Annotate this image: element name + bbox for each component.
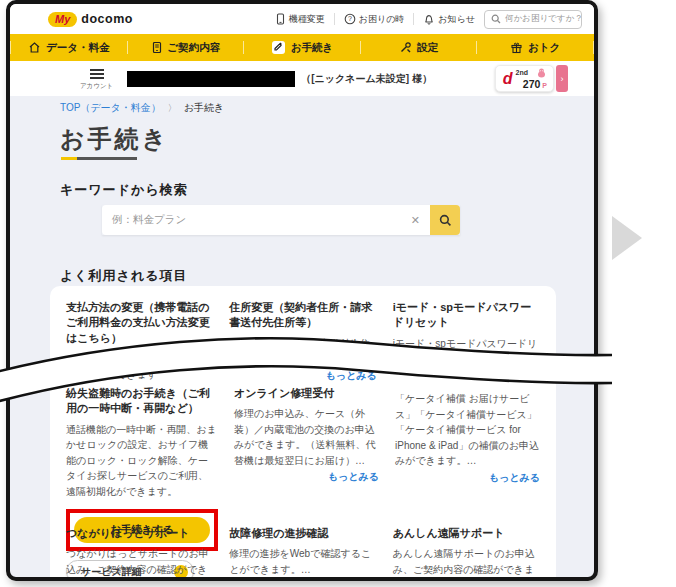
frequent-panel: 支払方法の変更（携帯電話のご利用料金の支払い方法変更はこちら） ご利用料金のお支… bbox=[50, 286, 556, 577]
search-icon bbox=[439, 214, 452, 227]
card-body: ご利用料金のお支払い方法の確認・変更ができます bbox=[66, 351, 213, 382]
screenshot-canvas: My docomo 機種変更 ? お困りの時 bbox=[0, 0, 676, 587]
keyword-search-button[interactable] bbox=[430, 205, 460, 235]
card-body: 「ケータイ補償 お届けサービス」「ケータイ補償サービス」「ケータイ補償サービス … bbox=[395, 391, 540, 469]
browser-screenshot-frame: My docomo 機種変更 ? お困りの時 bbox=[6, 0, 598, 581]
dpoint-logo-icon: d bbox=[503, 71, 513, 87]
header-search-input[interactable]: 何かお困りですか？ bbox=[484, 10, 582, 29]
more-link[interactable]: もっとみる bbox=[229, 369, 376, 383]
device-change-link[interactable]: 機種変更 bbox=[275, 13, 325, 26]
dpoint-points-value: 270 bbox=[523, 78, 541, 90]
card-title[interactable]: 住所変更（契約者住所・請求書送付先住所等） bbox=[229, 300, 376, 331]
card-body: iモード・spモードパスワードリセットができます。… bbox=[393, 336, 540, 367]
page-title: お手続き bbox=[60, 123, 169, 155]
keyword-search-placeholder: 例：料金プラン bbox=[112, 213, 186, 227]
breadcrumb-current: お手続き bbox=[184, 101, 224, 115]
title-underline bbox=[61, 157, 137, 160]
redacted-user-name bbox=[127, 71, 295, 87]
help-label: お困りの時 bbox=[359, 13, 405, 26]
bell-icon bbox=[423, 13, 435, 25]
card-title[interactable]: iモード・spモードパスワードリセット bbox=[393, 300, 540, 331]
more-link[interactable]: もっとみる bbox=[395, 471, 540, 485]
card-row-3: つながりほっとサポート つながりほっとサポートのお申込み、ご契約内容の確認ができ… bbox=[66, 526, 540, 581]
card-title[interactable]: つながりほっとサポート bbox=[66, 526, 213, 541]
notifications-link[interactable]: お知らせ bbox=[423, 13, 475, 26]
nav-label: 設定 bbox=[417, 41, 438, 55]
nav-divider bbox=[593, 41, 594, 54]
card-body: あんしん遠隔サポートのお申込み、ご契約内容の確認ができます。… bbox=[393, 546, 540, 581]
dpoint-widget: d 2nd 270 P bbox=[495, 65, 568, 92]
contract-icon bbox=[151, 41, 163, 54]
device-change-label: 機種変更 bbox=[289, 13, 325, 26]
card-title[interactable]: 故障修理の進捗確認 bbox=[229, 526, 376, 541]
dpoint-expand-button[interactable]: › bbox=[556, 65, 568, 92]
nav-item-procedures[interactable]: お手続き bbox=[244, 34, 360, 61]
card-body: ご契約者住所と請求書送付先住所の確認・変更ができます。… bbox=[229, 336, 376, 367]
header-divider bbox=[334, 13, 335, 25]
card-body: 修理のお申込み、ケース（外装）／内蔵電池の交換のお申込みができます。（送料無料、… bbox=[234, 406, 379, 468]
dpoint-bird-icon bbox=[536, 68, 547, 78]
home-icon bbox=[28, 41, 41, 54]
card-password-reset: iモード・spモードパスワードリセット iモード・spモードパスワードリセットが… bbox=[393, 300, 540, 383]
breadcrumb-separator: 〉 bbox=[168, 102, 177, 115]
card-title[interactable]: 紛失盗難時のお手続き（ご利用の一時中断・再開など） bbox=[66, 386, 218, 417]
logo-my-badge: My bbox=[48, 12, 77, 27]
card-address-change: 住所変更（契約者住所・請求書送付先住所等） ご契約者住所と請求書送付先住所の確認… bbox=[229, 300, 376, 383]
chevron-right-icon: › bbox=[561, 74, 564, 84]
settings-icon bbox=[399, 41, 412, 54]
keyword-search: 例：料金プラン ✕ bbox=[102, 205, 460, 235]
account-menu-label: アカウント bbox=[80, 82, 113, 91]
card-row-1: 支払方法の変更（携帯電話のご利用料金の支払い方法変更はこちら） ご利用料金のお支… bbox=[66, 300, 540, 383]
breadcrumb: TOP（データ・料金） 〉 お手続き bbox=[60, 101, 224, 115]
card-title[interactable]: あんしん遠隔サポート bbox=[393, 526, 540, 541]
notifications-label: お知らせ bbox=[438, 13, 475, 26]
nickname-text: （[ニックネーム未設定] 様） bbox=[301, 72, 432, 86]
more-link[interactable]: もっとみる bbox=[234, 470, 379, 484]
card-body: 修理の進捗をWebで確認することができます。… bbox=[229, 546, 376, 577]
hamburger-icon bbox=[90, 67, 104, 81]
search-icon bbox=[491, 14, 501, 24]
nav-label: データ・料金 bbox=[46, 41, 110, 55]
clear-icon[interactable]: ✕ bbox=[411, 214, 420, 227]
card-title[interactable]: 支払方法の変更（携帯電話のご利用料金の支払い方法変更はこちら） bbox=[66, 300, 213, 346]
nav-item-deals[interactable]: おトク bbox=[477, 34, 593, 61]
nav-item-settings[interactable]: 設定 bbox=[361, 34, 477, 61]
primary-nav: データ・料金 ご契約内容 お手続き 設定 bbox=[10, 34, 594, 61]
help-link[interactable]: ? お困りの時 bbox=[344, 13, 405, 26]
nav-label: ご契約内容 bbox=[168, 41, 221, 55]
card-body: つながりほっとサポートのお申込み、ご契約内容の確認ができます。… bbox=[66, 546, 213, 581]
keyword-search-heading: キーワードから検索 bbox=[60, 181, 188, 199]
header-search-placeholder: 何かお困りですか？ bbox=[505, 13, 582, 25]
phone-icon bbox=[275, 13, 286, 25]
more-link[interactable]: もっとみる bbox=[393, 369, 540, 383]
card-payment-method: 支払方法の変更（携帯電話のご利用料金の支払い方法変更はこちら） ご利用料金のお支… bbox=[66, 300, 213, 383]
account-menu-button[interactable]: アカウント bbox=[80, 67, 113, 91]
frequent-heading: よく利用される項目 bbox=[60, 267, 188, 285]
nav-label: お手続き bbox=[291, 41, 334, 55]
card-body: 通話機能の一時中断・再開、おまかせロックの設定、おサイフ機能のロック・ロック解除… bbox=[66, 422, 218, 500]
svg-text:?: ? bbox=[348, 15, 352, 22]
dpoint-badge[interactable]: d 2nd 270 P bbox=[495, 65, 554, 92]
nav-label: おトク bbox=[528, 41, 560, 55]
top-header: My docomo 機種変更 ? お困りの時 bbox=[10, 4, 594, 34]
gift-icon bbox=[510, 41, 523, 54]
header-divider bbox=[413, 13, 414, 25]
help-icon: ? bbox=[344, 13, 356, 25]
card-tsunagari-support: つながりほっとサポート つながりほっとサポートのお申込み、ご契約内容の確認ができ… bbox=[66, 526, 213, 581]
dpoint-stage: 2nd bbox=[516, 69, 528, 76]
card-repair-progress: 故障修理の進捗確認 修理の進捗をWebで確認することができます。… もっとみる bbox=[229, 526, 376, 581]
card-anshin-remote-support: あんしん遠隔サポート あんしん遠隔サポートのお申込み、ご契約内容の確認ができます… bbox=[393, 526, 540, 581]
account-bar: アカウント （[ニックネーム未設定] 様） d 2nd 2 bbox=[10, 61, 594, 96]
card-title[interactable]: オンライン修理受付 bbox=[234, 386, 379, 401]
breadcrumb-home-link[interactable]: TOP（データ・料金） bbox=[60, 101, 161, 115]
header-actions: 機種変更 ? お困りの時 お知らせ bbox=[275, 10, 582, 29]
keyword-search-input[interactable]: 例：料金プラン ✕ bbox=[102, 205, 430, 235]
nav-item-data-charges[interactable]: データ・料金 bbox=[11, 34, 127, 61]
my-docomo-logo[interactable]: My docomo bbox=[48, 12, 133, 27]
dpoint-points-unit: P bbox=[542, 82, 547, 89]
more-link[interactable]: もっとみる bbox=[229, 579, 376, 581]
carousel-next-arrow[interactable] bbox=[612, 216, 642, 260]
logo-docomo-text: docomo bbox=[81, 12, 133, 26]
procedure-icon bbox=[271, 40, 286, 55]
nav-item-contract[interactable]: ご契約内容 bbox=[128, 34, 244, 61]
